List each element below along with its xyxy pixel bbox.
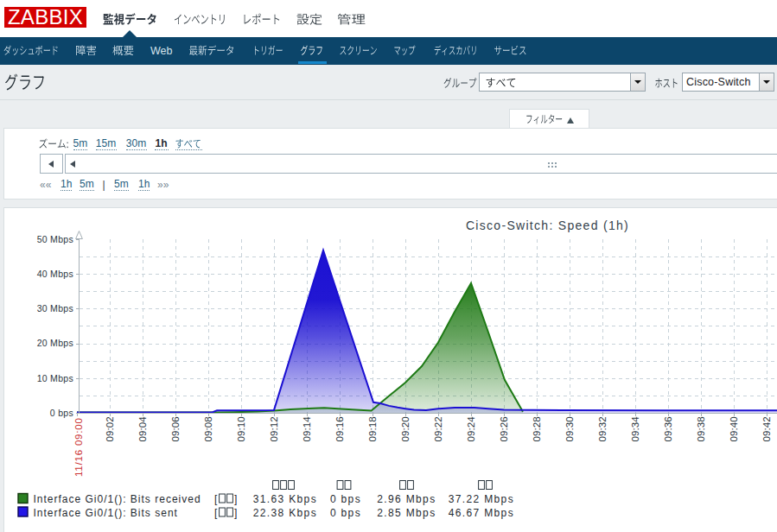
svg-text:09:28: 09:28	[532, 416, 542, 441]
svg-text:09:20: 09:20	[400, 416, 411, 441]
svg-text:Interface Gi0/1(): Bits receiv: Interface Gi0/1(): Bits received	[34, 493, 201, 505]
svg-text:[: [	[214, 507, 218, 519]
svg-text:09:02: 09:02	[105, 416, 115, 441]
svg-text:09:14: 09:14	[302, 416, 312, 442]
svg-text:09:32: 09:32	[597, 416, 608, 441]
svg-text:09:26: 09:26	[499, 416, 509, 441]
svg-text:09:08: 09:08	[203, 416, 213, 441]
svg-text:]: ]	[234, 507, 238, 519]
svg-text:0 bps: 0 bps	[330, 507, 361, 519]
svg-text:09:30: 09:30	[564, 416, 575, 441]
svg-text:09:36: 09:36	[663, 416, 673, 441]
svg-text:2.96 Mbps: 2.96 Mbps	[377, 493, 436, 505]
svg-text:40 Mbps: 40 Mbps	[37, 269, 73, 279]
svg-text:30 Mbps: 30 Mbps	[37, 303, 73, 314]
svg-text:11/16 09:00: 11/16 09:00	[73, 417, 84, 477]
svg-text:10 Mbps: 10 Mbps	[37, 373, 73, 383]
svg-text:46.67 Mbps: 46.67 Mbps	[449, 507, 514, 519]
svg-text:09:34: 09:34	[630, 416, 640, 442]
svg-text:[: [	[214, 493, 218, 505]
svg-text:09:12: 09:12	[269, 416, 279, 441]
svg-text:09:04: 09:04	[137, 416, 148, 442]
svg-text:2.85 Mbps: 2.85 Mbps	[377, 507, 436, 519]
svg-text:0 bps: 0 bps	[330, 493, 361, 505]
svg-text:37.22 Mbps: 37.22 Mbps	[449, 493, 514, 505]
svg-text:20 Mbps: 20 Mbps	[37, 338, 73, 348]
svg-text:22.38 Kbps: 22.38 Kbps	[253, 507, 317, 519]
svg-text:]: ]	[234, 493, 238, 505]
svg-text:Cisco-Switch: Speed (1h): Cisco-Switch: Speed (1h)	[466, 218, 629, 232]
svg-text:09:16: 09:16	[334, 416, 345, 441]
svg-text:09:24: 09:24	[466, 416, 476, 442]
svg-text:09:18: 09:18	[367, 416, 378, 441]
svg-text:09:42: 09:42	[761, 416, 772, 441]
svg-text:09:10: 09:10	[236, 416, 246, 441]
svg-text:Interface Gi0/1(): Bits sent: Interface Gi0/1(): Bits sent	[34, 507, 178, 519]
svg-text:50 Mbps: 50 Mbps	[37, 234, 73, 244]
svg-text:09:22: 09:22	[433, 416, 443, 441]
svg-text:09:06: 09:06	[170, 416, 181, 441]
svg-text:31.63 Kbps: 31.63 Kbps	[253, 493, 317, 505]
svg-text:09:40: 09:40	[729, 416, 739, 441]
svg-text:09:38: 09:38	[696, 416, 706, 441]
svg-text:0 bps: 0 bps	[50, 408, 73, 418]
